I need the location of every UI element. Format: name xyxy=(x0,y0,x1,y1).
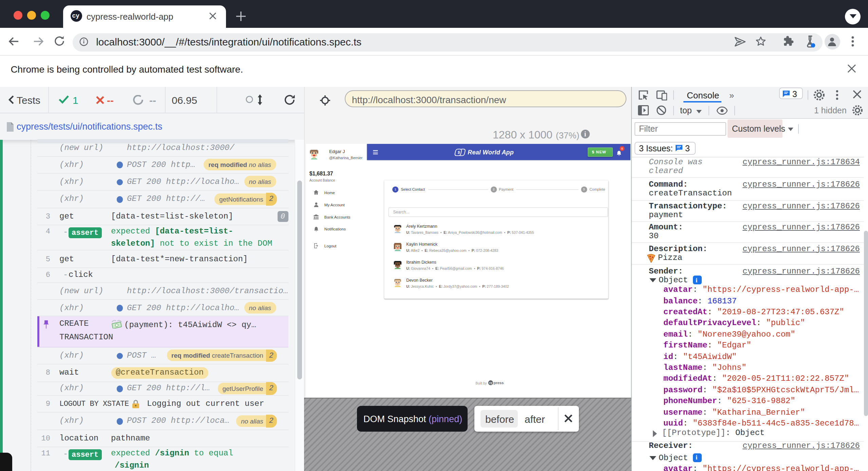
svg-text:$: $ xyxy=(457,151,460,155)
